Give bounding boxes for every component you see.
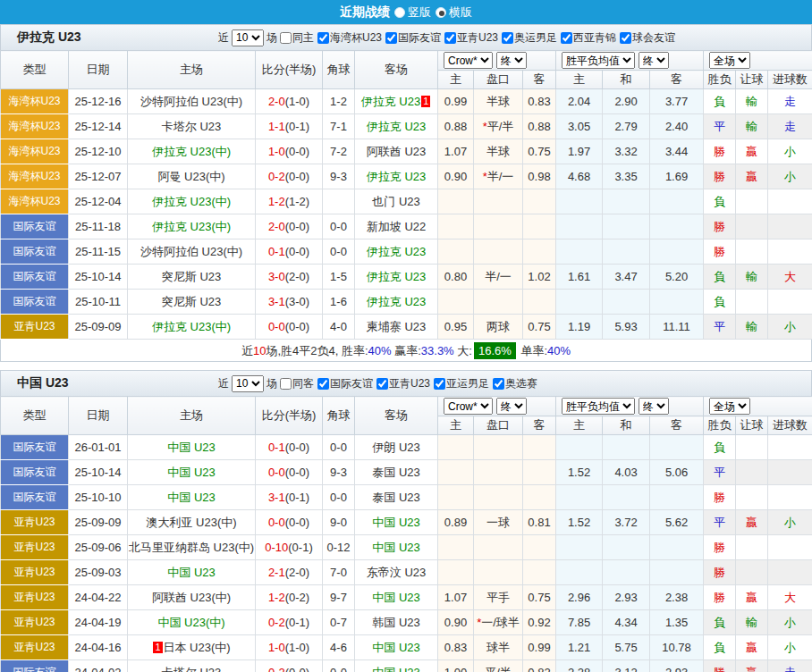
result-cell: 平	[704, 510, 736, 535]
full-time-score: 1-1	[268, 120, 285, 133]
win-rate-value: 40%	[368, 344, 392, 357]
home-team-name: 日本 U23(中)	[164, 641, 231, 654]
away-team-cell: 中国 U23	[355, 510, 438, 535]
same-away-checkbox[interactable]	[280, 378, 292, 390]
handicap-result-cell: 贏	[736, 635, 768, 660]
league-checkbox-olympicqual[interactable]	[493, 378, 504, 390]
home-team-cell: 卡塔尔 U23	[128, 114, 256, 139]
result-cell: 負	[704, 610, 736, 635]
half-time-score: (0-0)	[285, 145, 309, 158]
result-cell: 負	[704, 189, 736, 214]
match-date-cell: 25-09-09	[69, 510, 128, 535]
league-filter-asianu23[interactable]: 亚青U23	[374, 376, 430, 391]
league-checkbox-olympic[interactable]	[502, 32, 513, 44]
league-filter-olympic[interactable]: 奥运男足	[499, 30, 557, 46]
avg-draw-cell	[603, 560, 650, 585]
layout-vertical-option[interactable]: 竖版	[394, 4, 431, 21]
home-team-name: 中国 U23	[167, 566, 215, 579]
result-value: 平	[714, 320, 725, 333]
league-checkbox-intl[interactable]	[317, 378, 329, 390]
full-time-score: 0-0	[268, 320, 285, 333]
home-team-name: 沙特阿拉伯 U23(中)	[140, 95, 242, 108]
result-value: 負	[714, 270, 725, 283]
col-away: 客场	[355, 397, 438, 435]
match-date-cell: 24-04-02	[69, 660, 128, 672]
odds-time-select[interactable]: 终	[496, 398, 527, 415]
half-time-score: (0-0)	[285, 441, 309, 454]
league-filter-club[interactable]: 球会友谊	[617, 30, 675, 46]
scope-select-group: 全场	[704, 397, 812, 416]
avg-away-cell	[650, 535, 704, 560]
recent-count-select[interactable]: 10	[232, 375, 264, 392]
half-time-score: (2-0)	[285, 270, 309, 283]
goals-result-value: 走	[784, 95, 796, 108]
away-team-name: 也门 U23	[372, 195, 419, 208]
full-time-score: 1-0	[268, 641, 285, 654]
league-filter-wasl[interactable]: 西亚青锦	[558, 30, 616, 46]
odds-away-cell	[523, 435, 556, 460]
odds-time-select[interactable]: 终	[496, 52, 527, 69]
recent-count-value: 10	[253, 344, 266, 357]
same-home-filter[interactable]: 同主	[277, 30, 314, 46]
recent-count-select[interactable]: 10	[232, 29, 264, 46]
corner-cell: 0-0	[323, 239, 355, 265]
league-checkbox-intl[interactable]	[385, 32, 397, 44]
match-row: 国际友谊 26-01-01 中国 U23 0-1(0-0) 0-0 伊朗 U23…	[1, 435, 812, 460]
avg-home-cell: 1.61	[556, 265, 603, 290]
avg-time-select[interactable]: 终	[639, 398, 669, 415]
league-filter-intl[interactable]: 国际友谊	[383, 30, 441, 46]
scope-select[interactable]: 全场	[709, 398, 750, 415]
avg-draw-cell: 3.12	[603, 660, 650, 672]
handicap-value: 半/一	[485, 270, 512, 283]
avg-draw-cell	[603, 239, 650, 265]
avg-select[interactable]: 胜平负均值	[562, 52, 635, 69]
big-rate-value: 16.6%	[474, 342, 516, 359]
avg-time-select[interactable]: 终	[639, 52, 669, 69]
league-filter-olympicqual[interactable]: 奥选赛	[490, 376, 537, 391]
home-team-cell: 中国 U23	[128, 460, 256, 485]
league-filter-asiangames[interactable]: 亚运男足	[431, 376, 489, 391]
result-cell: 負	[704, 435, 736, 460]
vertical-radio[interactable]	[394, 7, 405, 18]
same-away-filter[interactable]: 同客	[277, 376, 314, 391]
home-team-cell: 突尼斯 U23	[128, 265, 256, 290]
league-checkbox-gulf[interactable]	[317, 32, 329, 44]
league-filter-gulf[interactable]: 海湾杯U23	[315, 30, 382, 46]
handicap-cell	[474, 535, 523, 560]
scope-select[interactable]: 全场	[709, 52, 750, 69]
league-checkbox-wasl[interactable]	[561, 32, 572, 44]
score-cell: 0-2(0-0)	[256, 660, 323, 672]
result-value: 勝	[714, 220, 725, 233]
home-team-cell: 北马里亚纳群岛 U23(中)	[128, 535, 256, 560]
score-cell: 1-0(0-0)	[256, 139, 323, 164]
handicap-cell	[474, 239, 523, 265]
league-filter-intl[interactable]: 国际友谊	[315, 376, 373, 391]
league-checkbox-asianu23[interactable]	[376, 378, 388, 390]
full-time-score: 0-2	[268, 170, 285, 183]
bookmaker-select[interactable]: Crow*	[444, 52, 493, 69]
league-checkbox-club[interactable]	[620, 32, 631, 44]
league-checkbox-asiangames[interactable]	[434, 378, 445, 390]
league-filter-asianu23[interactable]: 亚青U23	[442, 30, 498, 46]
full-time-score: 0-2	[268, 666, 285, 672]
bookmaker-select[interactable]: Crow*	[444, 398, 493, 415]
single-rate-value: 40%	[547, 344, 571, 357]
handicap-result-value: 輸	[746, 616, 757, 629]
match-row: 海湾杯U23 25-12-16 沙特阿拉伯 U23(中) 2-0(1-0) 1-…	[1, 89, 812, 114]
half-time-score: (0-2)	[285, 591, 309, 604]
goals-result-cell: 大	[768, 265, 812, 290]
layout-horizontal-option[interactable]: 横版	[436, 4, 472, 21]
avg-draw-cell: 3.32	[603, 139, 650, 164]
match-date-cell: 25-12-16	[69, 89, 128, 114]
avg-away-cell	[650, 435, 704, 460]
home-team-cell: 沙特阿拉伯 U23(中)	[128, 239, 256, 265]
same-home-checkbox[interactable]	[280, 32, 292, 44]
avg-select[interactable]: 胜平负均值	[562, 398, 635, 415]
result-value: 負	[714, 641, 725, 654]
odds-home-cell: 0.95	[438, 315, 474, 340]
match-row: 海湾杯U23 25-12-10 伊拉克 U23(中) 1-0(0-0) 7-2 …	[1, 139, 812, 164]
goals-result-cell	[768, 485, 812, 510]
league-checkbox-asianu23[interactable]	[444, 32, 456, 44]
horizontal-radio[interactable]	[436, 7, 446, 18]
avg-draw-cell	[603, 189, 650, 214]
